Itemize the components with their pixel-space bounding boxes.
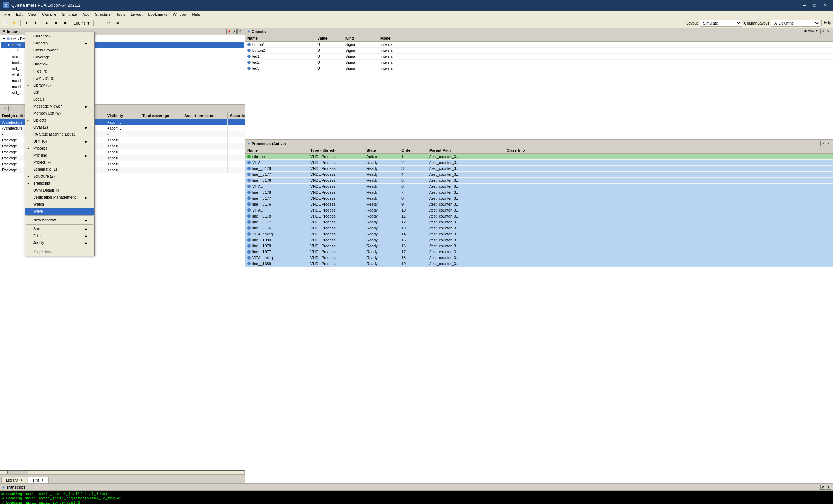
menu-library[interactable]: ✓ Library (u) [25,82,94,89]
menu-coverage[interactable]: Coverage [25,54,94,61]
menu-structure[interactable]: ✓ Structure (2) [25,173,94,180]
menu-filter[interactable]: Filter [25,232,94,239]
submenu-arrow-icon [85,195,87,199]
submenu-arrow-icon [85,234,87,238]
menu-list[interactable]: List [25,89,94,96]
menu-class-browser[interactable]: Class Browser [25,47,94,54]
context-menu-overlay: Call Stack Capacity Class Browser Covera… [0,0,833,504]
check-icon: ✓ [27,83,30,88]
menu-upf[interactable]: UPF (6) [25,138,94,145]
menu-project[interactable]: Project (x) [25,159,94,166]
menu-call-stack[interactable]: Call Stack [25,33,94,40]
submenu-arrow-icon [85,227,87,231]
menu-memory-list[interactable]: Memory List (w) [25,110,94,117]
menu-objects[interactable]: ✓ Objects [25,117,94,124]
menu-sort[interactable]: Sort [25,225,94,232]
check-icon: ✓ [27,118,30,123]
menu-dataflow[interactable]: Dataflow [25,61,94,68]
check-icon: ✓ [27,181,30,186]
menu-schematic[interactable]: Schematic (1) [25,166,94,173]
menu-transcript[interactable]: ✓ Transcript [25,180,94,187]
submenu-arrow-icon [85,139,87,143]
check-icon: ✓ [27,174,30,179]
submenu-arrow-icon [85,153,87,157]
menu-new-window[interactable]: New Window [25,216,94,223]
menu-verification-mgmt[interactable]: Verification Management [25,194,94,201]
submenu-arrow-icon [85,41,87,45]
menu-properties: Properties... [25,248,94,255]
menu-capacity[interactable]: Capacity [25,40,94,47]
menu-wave[interactable]: Wave [25,208,94,215]
menu-pa-state-machine[interactable]: PA State Machine List (3) [25,131,94,138]
menu-uvm-details[interactable]: UVM Details (4) [25,187,94,194]
menu-ovm[interactable]: OVM (2) [25,124,94,131]
submenu-arrow-icon [85,104,87,108]
menu-profiling[interactable]: Profiling [25,152,94,159]
menu-files[interactable]: Files (n) [25,68,94,75]
menu-locals[interactable]: Locals [25,96,94,103]
menu-process[interactable]: ✓ Process [25,145,94,152]
menu-separator-2 [26,224,93,225]
menu-message-viewer[interactable]: Message Viewer [25,103,94,110]
menu-separator-3 [26,247,93,247]
submenu-arrow-icon [85,218,87,222]
submenu-arrow-icon [85,125,87,129]
menu-justify[interactable]: Justify [25,239,94,246]
check-icon: ✓ [27,146,30,151]
menu-separator [26,215,93,216]
context-menu: Call Stack Capacity Class Browser Covera… [25,32,95,256]
menu-watch[interactable]: Watch [25,201,94,208]
submenu-arrow-icon [85,241,87,245]
menu-fsm-list[interactable]: FSM List (q) [25,75,94,82]
